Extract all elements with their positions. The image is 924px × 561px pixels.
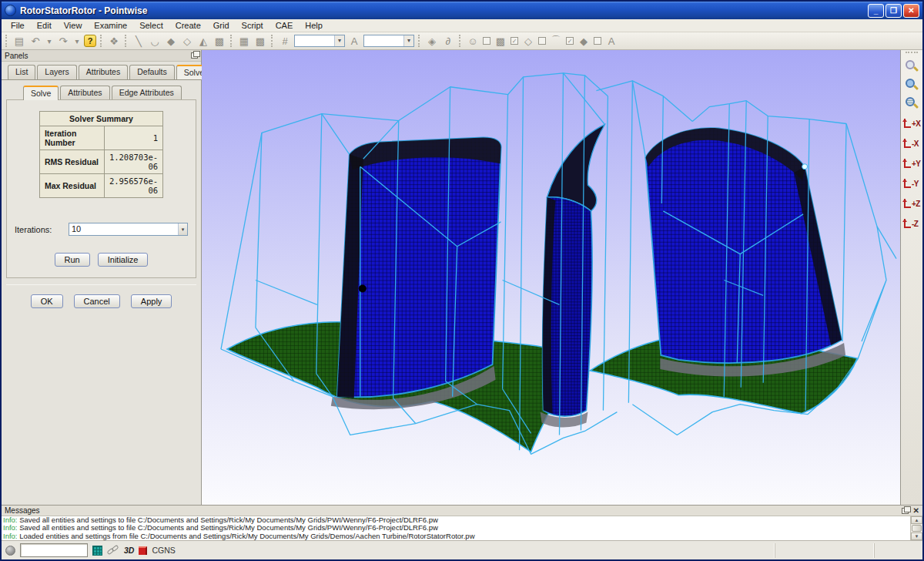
toolbar-grip[interactable] [100,35,103,47]
domain-visibility-icon[interactable]: ◇ [521,34,535,48]
rotor-blade-left[interactable] [337,137,501,398]
dimension-combo[interactable]: ▾ [294,35,345,47]
close-button[interactable]: ✕ [903,4,919,18]
close-icon[interactable]: ✕ [913,506,919,515]
display-viewport[interactable] [202,50,901,505]
zoom-reset-icon[interactable] [904,96,919,112]
messages-list[interactable]: Info: Saved all entities and settings to… [2,516,910,540]
panels-caption[interactable]: Panels [2,50,201,62]
spacing-display-icon[interactable]: A [604,34,618,48]
redo-dropdown-icon[interactable]: ▾ [72,34,82,48]
view-plus-z-button[interactable]: +Z [902,195,921,212]
toolbar-grip[interactable] [271,35,274,47]
float-panel-icon[interactable] [191,52,198,59]
chevron-down-icon[interactable]: ▾ [178,223,187,235]
restore-button[interactable]: ❐ [886,4,902,18]
link-icon[interactable] [107,546,119,555]
tab-attributes[interactable]: Attributes [79,65,128,79]
create-unstructured-domain-icon[interactable]: ◇ [180,34,194,48]
menu-select[interactable]: Select [133,20,169,31]
dimension-combo-value[interactable] [295,35,334,46]
mask-icon[interactable]: ☺ [466,34,480,48]
view-plus-x-button[interactable]: +X [902,115,921,132]
menu-cae[interactable]: CAE [270,20,300,31]
status-entry-field[interactable] [20,543,88,557]
menu-view[interactable]: View [58,20,89,31]
unstructured-grid-icon[interactable]: ▩ [253,34,267,48]
spacing-icon[interactable]: A [347,34,361,48]
menu-file[interactable]: File [5,20,31,31]
layers-add-icon[interactable]: ❖ [107,34,121,48]
tab-layers[interactable]: Layers [37,65,77,79]
connector-visibility-icon[interactable]: ⌒ [549,34,563,48]
cae-solver-icon[interactable] [139,546,147,555]
iterations-combo[interactable]: 10 ▾ [69,223,188,236]
create-block-icon[interactable]: ▩ [213,34,226,48]
toolbar-grip[interactable] [459,35,462,47]
show-shaded-checkbox[interactable] [594,37,601,45]
subtab-solve[interactable]: Solve [23,86,59,100]
menu-create[interactable]: Create [169,20,207,31]
toolbar-grip[interactable] [230,35,233,47]
show-databases-checkbox[interactable] [483,37,490,45]
create-extrude-icon[interactable]: ◭ [196,34,210,48]
toolbar-grip[interactable] [906,52,918,55]
show-connectors-checkbox[interactable]: ✓ [566,37,574,45]
show-domains-checkbox[interactable] [538,37,546,45]
run-button[interactable]: Run [55,253,90,267]
surface-icon[interactable]: ◈ [425,34,439,48]
chevron-down-icon[interactable]: ▾ [403,35,413,46]
initialize-button[interactable]: Initialize [98,253,149,267]
apply-button[interactable]: Apply [131,294,172,308]
menu-examine[interactable]: Examine [88,20,133,31]
minimize-button[interactable]: _ [868,4,884,18]
spacing-combo-value[interactable] [364,35,403,46]
highlighted-grid-point[interactable] [802,164,808,170]
show-blocks-checkbox[interactable]: ✓ [511,37,518,45]
view-minus-y-button[interactable]: -Y [902,175,921,192]
menu-grid[interactable]: Grid [207,20,236,31]
scrollbar-thumb[interactable] [912,525,922,532]
tab-defaults[interactable]: Defaults [129,65,175,79]
ok-button[interactable]: OK [31,294,63,308]
dimension-icon[interactable]: # [278,34,292,48]
scroll-down-icon[interactable]: ▼ [911,532,922,540]
subtab-edge-attributes[interactable]: Edge Attributes [112,86,182,100]
scroll-up-icon[interactable]: ▲ [911,516,922,524]
chevron-down-icon[interactable]: ▾ [334,35,344,46]
create-connector-icon[interactable]: ╲ [132,34,146,48]
float-panel-icon[interactable] [902,508,909,514]
undo-dropdown-icon[interactable]: ▾ [45,34,54,48]
menu-edit[interactable]: Edit [31,20,58,31]
zoom-extents-icon[interactable] [904,78,919,93]
messages-header[interactable]: Messages ✕ [2,506,922,516]
save-icon[interactable]: ▤ [12,34,26,48]
toolbar-grip[interactable] [125,35,128,47]
cancel-button[interactable]: Cancel [74,294,120,308]
subtab-attributes[interactable]: Attributes [60,86,109,100]
selected-grid-point[interactable] [359,284,367,292]
view-minus-z-button[interactable]: -Z [902,215,921,232]
toolbar-grip[interactable] [418,35,421,47]
grid-mode-icon[interactable] [92,546,102,556]
messages-scrollbar[interactable]: ▲ ▼ [910,516,922,540]
redo-icon[interactable]: ↷ [56,34,70,48]
structured-grid-icon[interactable]: ▦ [237,34,251,48]
title-bar[interactable]: RotorStatorRotor - Pointwise _ ❐ ✕ [2,2,922,19]
toolbar-grip[interactable] [5,35,8,47]
menu-help[interactable]: Help [299,20,329,31]
undo-icon[interactable]: ↶ [28,34,42,48]
tab-list[interactable]: List [8,65,35,79]
menu-script[interactable]: Script [236,20,270,31]
create-curve-icon[interactable]: ◡ [148,34,162,48]
iterations-value[interactable]: 10 [69,223,178,235]
create-domain-icon[interactable]: ◆ [164,34,178,48]
block-visibility-icon[interactable]: ▩ [494,34,507,48]
help-icon[interactable]: ? [84,35,96,47]
view-plus-y-button[interactable]: +Y [902,155,921,172]
view-minus-x-button[interactable]: -X [902,135,921,152]
spacing-combo[interactable]: ▾ [363,35,414,47]
examine-magnifier-icon[interactable] [904,59,919,75]
shaded-domain-icon[interactable]: ◆ [577,34,591,48]
derivative-icon[interactable]: ∂ [441,34,455,48]
